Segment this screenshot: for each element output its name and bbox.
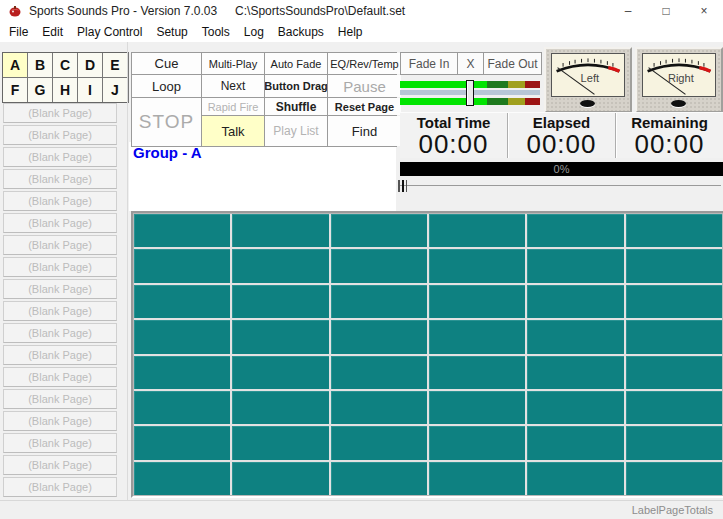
blank-page-button[interactable]: (Blank Page)	[3, 389, 117, 409]
eq-rev-temp-button[interactable]: EQ/Rev/Temp	[328, 53, 401, 74]
sound-button[interactable]	[331, 214, 427, 247]
blank-page-button[interactable]: (Blank Page)	[3, 433, 117, 453]
sound-button[interactable]	[331, 391, 427, 424]
sound-button[interactable]	[134, 320, 230, 353]
sound-button[interactable]	[331, 249, 427, 282]
seek-slider-thumb[interactable]	[398, 180, 407, 192]
menu-tools[interactable]: Tools	[195, 23, 237, 41]
menu-backups[interactable]: Backups	[271, 23, 331, 41]
sound-button[interactable]	[429, 214, 525, 247]
sound-button[interactable]	[232, 214, 328, 247]
sound-button[interactable]	[232, 462, 328, 495]
sound-button[interactable]	[626, 214, 722, 247]
sound-button[interactable]	[626, 391, 722, 424]
loop-button[interactable]: Loop	[132, 75, 201, 97]
menu-log[interactable]: Log	[237, 23, 271, 41]
blank-page-button[interactable]: (Blank Page)	[3, 191, 117, 211]
next-button[interactable]: Next	[202, 75, 264, 97]
blank-page-button[interactable]: (Blank Page)	[3, 279, 117, 299]
sound-button[interactable]	[134, 285, 230, 318]
sound-button[interactable]	[429, 285, 525, 318]
sound-button[interactable]	[134, 356, 230, 389]
sound-button[interactable]	[331, 462, 427, 495]
page-letter-d[interactable]: D	[78, 53, 102, 77]
sound-button[interactable]	[232, 356, 328, 389]
page-letter-j[interactable]: J	[103, 78, 127, 102]
talk-button[interactable]: Talk	[202, 116, 264, 146]
reset-page-button[interactable]: Reset Page	[328, 98, 401, 115]
blank-page-button[interactable]: (Blank Page)	[3, 367, 117, 387]
sound-button[interactable]	[626, 285, 722, 318]
sound-button[interactable]	[527, 356, 623, 389]
button-drag-button[interactable]: Button Drag	[265, 75, 327, 97]
blank-page-button[interactable]: (Blank Page)	[3, 345, 117, 365]
find-button[interactable]: Find	[328, 116, 401, 146]
minimize-button[interactable]: –	[609, 0, 647, 22]
blank-page-button[interactable]: (Blank Page)	[3, 125, 117, 145]
sound-button[interactable]	[527, 426, 623, 459]
menu-setup[interactable]: Setup	[149, 23, 194, 41]
sound-button[interactable]	[331, 426, 427, 459]
blank-page-button[interactable]: (Blank Page)	[3, 235, 117, 255]
sound-button[interactable]	[626, 320, 722, 353]
sound-button[interactable]	[331, 356, 427, 389]
sound-button[interactable]	[429, 426, 525, 459]
sound-button[interactable]	[134, 249, 230, 282]
stop-button[interactable]: STOP	[132, 98, 201, 146]
seek-slider[interactable]	[398, 180, 723, 192]
sound-button[interactable]	[232, 320, 328, 353]
blank-page-button[interactable]: (Blank Page)	[3, 213, 117, 233]
multi-play-button[interactable]: Multi-Play	[202, 53, 264, 74]
sound-button[interactable]	[134, 426, 230, 459]
fade-out-button[interactable]: Fade Out	[484, 52, 542, 75]
blank-page-button[interactable]: (Blank Page)	[3, 301, 117, 321]
sound-button[interactable]	[527, 249, 623, 282]
menu-help[interactable]: Help	[331, 23, 370, 41]
volume-slider-thumb[interactable]	[466, 80, 474, 106]
sound-button[interactable]	[527, 391, 623, 424]
page-letter-g[interactable]: G	[28, 78, 52, 102]
sound-button[interactable]	[429, 462, 525, 495]
sound-button[interactable]	[429, 391, 525, 424]
sound-button[interactable]	[232, 249, 328, 282]
sound-button[interactable]	[232, 285, 328, 318]
page-letter-b[interactable]: B	[28, 53, 52, 77]
sound-button[interactable]	[429, 356, 525, 389]
blank-page-button[interactable]: (Blank Page)	[3, 411, 117, 431]
blank-page-button[interactable]: (Blank Page)	[3, 477, 117, 497]
sound-button[interactable]	[429, 249, 525, 282]
page-letter-c[interactable]: C	[53, 53, 77, 77]
sound-button[interactable]	[527, 214, 623, 247]
rapid-fire-button[interactable]: Rapid Fire	[202, 98, 264, 115]
sound-button[interactable]	[527, 285, 623, 318]
blank-page-button[interactable]: (Blank Page)	[3, 103, 117, 123]
blank-page-button[interactable]: (Blank Page)	[3, 147, 117, 167]
menu-file[interactable]: File	[2, 23, 35, 41]
page-letter-a[interactable]: A	[3, 53, 27, 77]
sound-button[interactable]	[429, 320, 525, 353]
sound-button[interactable]	[134, 391, 230, 424]
sound-button[interactable]	[626, 426, 722, 459]
fade-in-button[interactable]: Fade In	[400, 52, 458, 75]
page-letter-i[interactable]: I	[78, 78, 102, 102]
play-list-button[interactable]: Play List	[265, 116, 327, 146]
menu-edit[interactable]: Edit	[35, 23, 70, 41]
sound-button[interactable]	[232, 426, 328, 459]
cancel-fade-button[interactable]: X	[458, 52, 484, 75]
blank-page-button[interactable]: (Blank Page)	[3, 257, 117, 277]
shuffle-button[interactable]: Shuffle	[265, 98, 327, 115]
maximize-button[interactable]: □	[647, 0, 685, 22]
sound-button[interactable]	[331, 320, 427, 353]
sound-button[interactable]	[331, 285, 427, 318]
sound-button[interactable]	[527, 462, 623, 495]
close-button[interactable]: ×	[685, 0, 723, 22]
auto-fade-button[interactable]: Auto Fade	[265, 53, 327, 74]
page-letter-f[interactable]: F	[3, 78, 27, 102]
sound-button[interactable]	[626, 462, 722, 495]
pause-button[interactable]: Pause	[328, 75, 401, 97]
page-letter-e[interactable]: E	[103, 53, 127, 77]
sound-button[interactable]	[232, 391, 328, 424]
menu-play-control[interactable]: Play Control	[70, 23, 149, 41]
cue-button[interactable]: Cue	[132, 53, 201, 74]
blank-page-button[interactable]: (Blank Page)	[3, 323, 117, 343]
